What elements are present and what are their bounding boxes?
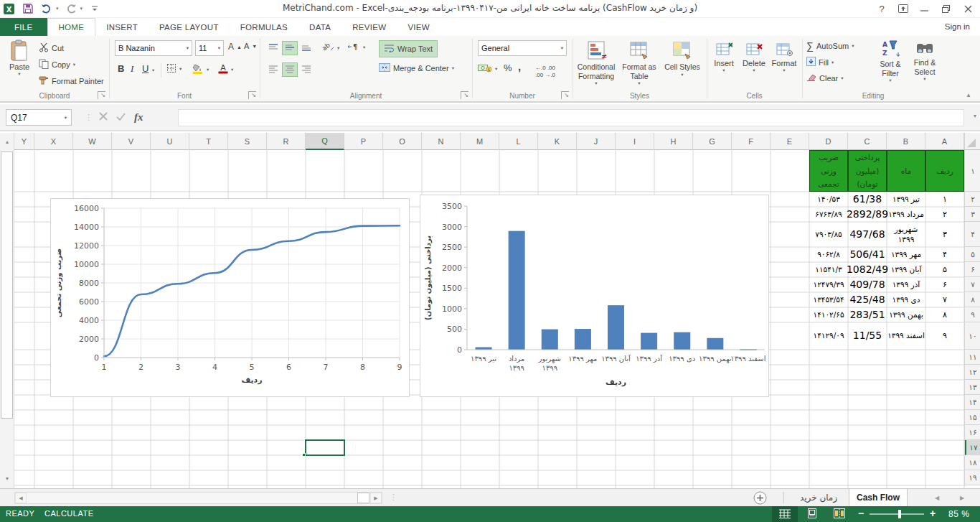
fill-button[interactable]: Fill▾ xyxy=(806,57,834,67)
cell-month[interactable]: دی ۱۳۹۹ xyxy=(887,292,925,307)
delete-cells-button[interactable]: Delete▾ xyxy=(740,42,768,73)
page-break-view-button[interactable] xyxy=(826,506,852,522)
namebox-splitter[interactable]: ⋮ xyxy=(85,113,93,122)
column-header-B[interactable]: B xyxy=(887,133,925,150)
row-header-18[interactable]: ۱۸ xyxy=(965,455,980,470)
cell-month[interactable]: بهمن ۱۳۹۹ xyxy=(887,307,925,322)
ribbon-tab-formulas[interactable]: FORMULAS xyxy=(230,18,298,36)
ribbon-tab-file[interactable]: FILE xyxy=(0,18,47,36)
align-right-button[interactable] xyxy=(298,62,314,77)
row-header-14[interactable]: ۱۴ xyxy=(965,395,980,410)
find-select-button[interactable]: Find & Select▾ xyxy=(908,39,941,82)
column-header-U[interactable]: U xyxy=(151,133,189,150)
cell-payment[interactable]: 1082/49 xyxy=(848,262,887,277)
horizontal-scrollbar[interactable]: ◀ ▶ xyxy=(14,492,382,504)
bold-button[interactable]: B xyxy=(118,63,124,74)
row-header-6[interactable]: ۶ xyxy=(965,262,980,277)
copy-button[interactable]: Copy▾ xyxy=(39,59,75,70)
format-as-table-button[interactable]: Format as Table▾ xyxy=(618,39,660,86)
row-header-9[interactable]: ۹ xyxy=(965,307,980,322)
text-direction-button[interactable]: ¶▾ xyxy=(347,42,365,52)
increase-font-button[interactable]: A▲ xyxy=(228,42,242,52)
selected-cell[interactable] xyxy=(305,439,345,456)
zoom-slider[interactable] xyxy=(870,513,924,515)
column-header-P[interactable]: P xyxy=(344,133,383,150)
accounting-format-button[interactable]: $▾ xyxy=(478,63,497,74)
row-header-10[interactable]: ۱۰ xyxy=(965,322,980,350)
orientation-button[interactable]: ab▾ xyxy=(321,42,339,54)
cell-index[interactable]: ۶ xyxy=(925,277,964,292)
customize-qat-button[interactable] xyxy=(88,1,101,16)
column-header-K[interactable]: K xyxy=(538,133,577,150)
undo-button[interactable] xyxy=(40,1,53,16)
cell-payment[interactable]: 283/51 xyxy=(848,307,887,322)
fill-handle[interactable] xyxy=(302,453,306,457)
horizontal-scroll-thumb[interactable] xyxy=(357,493,369,503)
column-header-H[interactable]: H xyxy=(654,133,693,150)
row-header-5[interactable]: ۵ xyxy=(965,247,980,262)
font-color-button[interactable]: A▾ xyxy=(218,63,233,75)
autosum-button[interactable]: ∑AutoSum▾ xyxy=(806,40,854,52)
cell-cumulative[interactable]: ۱۴۱۲۹/۰۹ xyxy=(809,322,848,350)
column-header-J[interactable]: J xyxy=(577,133,616,150)
column-header-F[interactable]: F xyxy=(732,133,771,150)
cell-payment[interactable]: 409/78 xyxy=(848,277,887,292)
decrease-decimal-button[interactable]: .00 →.0 xyxy=(535,72,555,78)
cut-button[interactable]: Cut xyxy=(39,42,64,54)
column-header-E[interactable]: E xyxy=(771,133,809,150)
wrap-text-button[interactable]: Wrap Text xyxy=(379,40,438,57)
cell-cumulative[interactable]: ۱۳۴۵۳/۵۴ xyxy=(809,292,848,307)
cell-index[interactable]: ۲ xyxy=(925,207,964,222)
cell-cumulative[interactable]: ۱۴۱۰۲/۶۵ xyxy=(809,307,848,322)
column-header-X[interactable]: X xyxy=(34,133,73,150)
cell-cumulative[interactable]: ۷۹۰۳/۸۵ xyxy=(809,222,848,247)
sheet-tab-زمان-خرید[interactable]: زمان خرید xyxy=(789,489,848,506)
cell-index[interactable]: ۴ xyxy=(925,247,964,262)
increase-decimal-button[interactable]: ←.0 .00 xyxy=(535,65,555,71)
cell-styles-button[interactable]: Cell Styles▾ xyxy=(661,39,703,78)
align-left-button[interactable] xyxy=(265,62,281,77)
ribbon-display-options-button[interactable] xyxy=(892,0,914,17)
number-format-combo[interactable]: General▾ xyxy=(478,40,567,56)
vertical-scroll-thumb[interactable] xyxy=(1,152,13,419)
insert-cells-button[interactable]: Insert▾ xyxy=(710,42,738,73)
ribbon-tab-insert[interactable]: INSERT xyxy=(95,18,149,36)
cell-index[interactable]: ۱ xyxy=(925,192,964,207)
cell-month[interactable]: آذر ۱۳۹۹ xyxy=(887,277,925,292)
sort-filter-button[interactable]: AZSort & Filter▾ xyxy=(874,39,907,83)
row-header-17[interactable]: ۱۷ xyxy=(965,440,980,455)
row-header-12[interactable]: ۱۲ xyxy=(965,365,980,380)
table-header-month[interactable]: ماه xyxy=(887,150,925,192)
number-dialog-launcher[interactable]: ↘ xyxy=(561,91,569,99)
vertical-scrollbar[interactable]: ▲ ▼ xyxy=(0,133,14,488)
cell-month[interactable]: اسفند ۱۳۹۹ xyxy=(887,322,925,350)
merge-center-button[interactable]: Merge & Center▾ xyxy=(379,63,454,73)
cell-payment[interactable]: 506/41 xyxy=(848,247,887,262)
font-name-combo[interactable]: B Nazanin▾ xyxy=(115,40,192,56)
table-header-cumulative[interactable]: ضریب وزنی تجمعی xyxy=(809,150,848,192)
ribbon-tab-review[interactable]: REVIEW xyxy=(341,18,397,36)
column-header-A[interactable]: A xyxy=(925,133,964,150)
cell-month[interactable]: تیر ۱۳۹۹ xyxy=(887,192,925,207)
help-button[interactable]: ? xyxy=(871,0,892,17)
underline-dropdown-icon[interactable]: ▾ xyxy=(152,67,154,73)
column-header-Q[interactable]: Q xyxy=(306,133,344,150)
row-header-2[interactable]: ۲ xyxy=(965,192,980,207)
cell-payment[interactable]: 2892/89 xyxy=(848,207,887,222)
cell-cumulative[interactable]: ۶۷۶۳/۸۹ xyxy=(809,207,848,222)
cell-cumulative[interactable]: ۱۴۰/۵۳ xyxy=(809,192,848,207)
cell-month[interactable]: شهریور ۱۳۹۹ xyxy=(887,222,925,247)
collapse-ribbon-icon[interactable]: ▲ xyxy=(966,92,971,98)
cancel-formula-icon[interactable] xyxy=(99,112,108,123)
font-size-combo[interactable]: 11▾ xyxy=(195,40,224,56)
cell-payment[interactable]: 11/55 xyxy=(848,322,887,350)
decrease-font-button[interactable]: A▼ xyxy=(244,42,257,50)
zoom-slider-thumb[interactable] xyxy=(898,510,901,518)
column-header-L[interactable]: L xyxy=(499,133,538,150)
fill-color-button[interactable]: ▾ xyxy=(192,63,209,75)
zoom-out-button[interactable]: − xyxy=(858,508,864,519)
close-button[interactable] xyxy=(957,0,979,17)
cell-payment[interactable]: 425/48 xyxy=(848,292,887,307)
scroll-right-icon[interactable]: ▶ xyxy=(370,493,382,503)
redo-button[interactable] xyxy=(65,1,77,16)
